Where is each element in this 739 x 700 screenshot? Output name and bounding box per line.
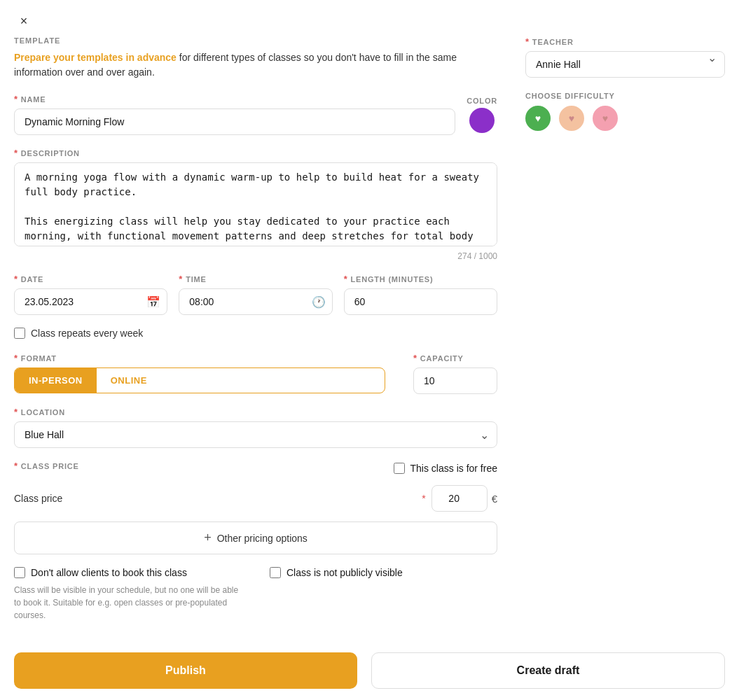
char-count: 274 / 1000 [14,251,497,261]
capacity-label-text: CAPACITY [420,354,464,363]
name-field-group: * NAME COLOR [14,94,497,135]
desc-required-star: * [14,148,18,158]
date-field: * DATE 📅 [14,274,167,315]
template-label: TEMPLATE [14,36,497,45]
class-price-row-label: Class price [14,493,416,504]
teacher-select[interactable]: Annie Hall Bob Smith Carol White [525,51,725,78]
capacity-input[interactable] [413,368,497,394]
length-input[interactable] [344,288,497,315]
location-dropdown-wrapper: Blue Hall Red Room Green Studio ⌄ [14,421,497,448]
dont-allow-checkbox[interactable] [14,567,25,578]
date-label: * DATE [14,274,167,284]
not-public-check-group: Class is not publicly visible [270,567,497,578]
dont-allow-hint: Class will be visible in your schedule, … [14,584,242,622]
time-label: * TIME [179,274,332,284]
capacity-label: * CAPACITY [413,353,497,363]
length-label-text: LENGTH (MINUTES) [351,275,434,284]
teacher-label: * TEACHER [525,36,725,47]
name-required-star: * [14,94,18,104]
free-class-label: This class is for free [410,463,497,474]
length-label: * LENGTH (MINUTES) [344,274,497,284]
price-input-row: Class price * € [14,485,497,512]
class-repeats-label: Class repeats every week [31,328,143,339]
description-field-group: * DESCRIPTION A morning yoga flow with a… [14,148,497,261]
difficulty-label: CHOOSE DIFFICULTY [525,92,725,100]
format-buttons: IN-PERSON ONLINE [14,368,385,393]
price-input-group: € [431,485,497,512]
date-input[interactable] [14,288,167,315]
other-pricing-button[interactable]: + Other pricing options [14,522,497,554]
format-in-person-btn[interactable]: IN-PERSON [15,368,97,393]
top-bar: × [0,0,739,36]
right-panel: * TEACHER Annie Hall Bob Smith Carol Whi… [525,36,725,641]
difficulty-medium[interactable]: ♥ [559,106,584,131]
heart-filled-icon: ♥ [535,113,541,124]
time-field: * TIME 🕐 [179,274,332,315]
not-public-section: Class is not publicly visible [270,567,497,622]
other-pricing-label: Other pricing options [217,533,308,544]
difficulty-field-group: CHOOSE DIFFICULTY ♥ ♥ ♥ [525,92,725,131]
teacher-field-group: * TEACHER Annie Hall Bob Smith Carol Whi… [525,36,725,78]
template-description: Prepare your templates in advance for di… [14,50,497,80]
location-field-group: * LOCATION Blue Hall Red Room Green Stud… [14,407,497,448]
difficulty-circles: ♥ ♥ ♥ [525,106,725,131]
capacity-required-star: * [413,353,417,363]
location-label: * LOCATION [14,407,497,417]
class-price-label-text: CLASS PRICE [21,462,79,470]
description-textarea[interactable]: A morning yoga flow with a dynamic warm-… [14,162,497,246]
class-repeats-row: Class repeats every week [14,328,497,339]
location-select[interactable]: Blue Hall Red Room Green Studio [14,421,497,448]
heart-medium-icon: ♥ [569,113,574,124]
close-button[interactable]: × [14,11,34,31]
time-input[interactable] [179,288,332,315]
free-class-checkbox[interactable] [394,463,405,474]
format-capacity-row: * FORMAT IN-PERSON ONLINE * CAPACITY [14,353,497,394]
date-required-star: * [14,274,18,284]
format-required-star: * [14,353,18,363]
teacher-label-text: TEACHER [532,38,574,46]
not-public-checkbox[interactable] [270,567,281,578]
currency-symbol: € [492,493,497,505]
length-field: * LENGTH (MINUTES) [344,274,497,315]
dont-allow-check-group: Don't allow clients to book this class [14,567,242,578]
price-input[interactable] [431,485,488,512]
time-label-text: TIME [186,275,206,284]
not-public-label: Class is not publicly visible [286,567,403,578]
class-repeats-checkbox[interactable] [14,328,25,339]
bottom-options-row: Don't allow clients to book this class C… [14,567,497,622]
name-label-text: NAME [21,95,46,104]
price-header-row: * CLASS PRICE This class is for free [14,461,497,475]
time-required-star: * [179,274,183,284]
action-buttons: Publish Create draft [0,641,739,700]
plus-icon: + [204,531,212,545]
template-link[interactable]: Prepare your templates in advance [14,52,177,63]
difficulty-easy[interactable]: ♥ [525,106,551,131]
time-input-wrapper: 🕐 [179,288,332,315]
capacity-section: * CAPACITY [413,353,497,394]
difficulty-hard[interactable]: ♥ [593,106,618,131]
date-time-length-row: * DATE 📅 * TIME 🕐 [14,274,497,315]
heart-hard-icon: ♥ [602,113,608,124]
publish-button[interactable]: Publish [14,652,357,689]
free-class-check-group: This class is for free [394,463,497,474]
color-picker[interactable] [469,108,495,133]
description-label: * DESCRIPTION [14,148,497,158]
format-section: * FORMAT IN-PERSON ONLINE [14,353,385,393]
date-input-wrapper: 📅 [14,288,167,315]
format-label-text: FORMAT [21,354,57,363]
location-required-star: * [14,407,18,417]
main-content: TEMPLATE Prepare your templates in advan… [0,36,739,641]
class-price-section: * CLASS PRICE This class is for free Cla… [14,461,497,554]
location-label-text: LOCATION [21,408,65,416]
color-section: COLOR [467,97,497,133]
format-online-btn[interactable]: ONLINE [97,368,161,393]
page-container: × TEMPLATE Prepare your templates in adv… [0,0,739,700]
create-draft-button[interactable]: Create draft [371,652,725,689]
name-input[interactable] [14,108,455,135]
dont-allow-label: Don't allow clients to book this class [31,567,187,578]
dont-allow-section: Don't allow clients to book this class C… [14,567,242,622]
name-label: * NAME [14,94,455,104]
format-label: * FORMAT [14,353,385,363]
price-required-star: * [14,461,18,471]
color-label: COLOR [467,97,497,105]
